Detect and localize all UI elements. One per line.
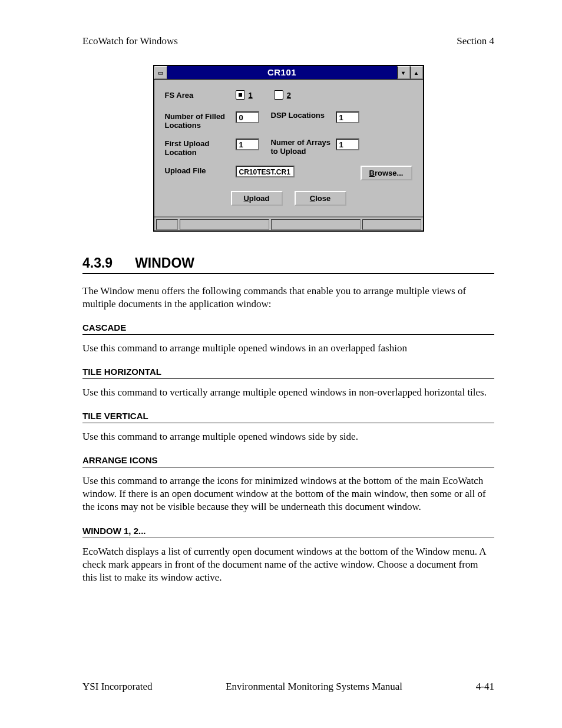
fs-area-label: FS Area <box>165 90 236 100</box>
upload-file-input[interactable]: CR10TEST.CR1 <box>236 166 295 177</box>
title-bar: ▭ CR101 ▾ ▴ <box>154 66 423 80</box>
sub-cascade-text: Use this command to arrange multiple ope… <box>82 342 494 355</box>
status-cell <box>362 219 421 230</box>
sub-window-list-text: EcoWatch displays a list of currently op… <box>82 545 494 584</box>
header-right: Section 4 <box>457 35 494 47</box>
browse-button[interactable]: Browse... <box>361 166 412 180</box>
dialog-cr101: ▭ CR101 ▾ ▴ FS Area 1 2 Number of Filled <box>153 65 424 232</box>
num-arrays-label: Numer of Arrays to Upload <box>271 139 336 156</box>
system-menu-icon[interactable]: ▭ <box>154 66 167 79</box>
section-heading: 4.3.9 WINDOW <box>82 255 494 274</box>
num-filled-input[interactable]: 0 <box>236 111 259 123</box>
sub-tile-vertical-heading: TILE VERTICAL <box>82 411 494 423</box>
upload-button[interactable]: Upload <box>231 191 283 206</box>
section-intro: The Window menu offers the following com… <box>82 285 494 311</box>
status-cell <box>180 219 269 230</box>
upload-file-label: Upload File <box>165 166 236 176</box>
status-bar <box>154 216 423 230</box>
sub-arrange-icons-heading: ARRANGE ICONS <box>82 455 494 467</box>
radio-fs-2[interactable] <box>274 90 283 100</box>
header-left: EcoWatch for Windows <box>82 35 178 47</box>
sub-tile-horizontal-text: Use this command to vertically arrange m… <box>82 386 494 399</box>
sub-cascade-heading: CASCADE <box>82 322 494 335</box>
num-filled-label: Number of Filled Locations <box>165 111 236 130</box>
sub-tile-horizontal-heading: TILE HORIZONTAL <box>82 367 494 379</box>
num-arrays-input[interactable]: 1 <box>336 139 359 150</box>
footer-left: YSI Incorporated <box>82 681 153 693</box>
radio-fs-1[interactable] <box>236 90 245 100</box>
section-number: 4.3.9 <box>82 255 113 271</box>
dsp-locations-input[interactable]: 1 <box>336 111 359 123</box>
first-upload-label: First Upload Location <box>165 139 236 157</box>
footer-right: 4-41 <box>476 681 494 693</box>
sub-tile-vertical-text: Use this command to arrange multiple ope… <box>82 430 494 443</box>
minimize-icon[interactable]: ▾ <box>397 66 410 79</box>
status-cell <box>271 219 361 230</box>
status-cell <box>156 219 178 230</box>
dsp-locations-label: DSP Locations <box>271 111 336 120</box>
radio-fs-1-label[interactable]: 1 <box>249 91 253 100</box>
section-title: WINDOW <box>135 255 194 271</box>
sub-window-list-heading: WINDOW 1, 2... <box>82 526 494 538</box>
close-button[interactable]: Close <box>295 191 346 206</box>
sub-arrange-icons-text: Use this command to arrange the icons fo… <box>82 475 494 513</box>
dialog-title: CR101 <box>167 66 397 79</box>
maximize-icon[interactable]: ▴ <box>410 66 423 79</box>
first-upload-input[interactable]: 1 <box>236 139 259 150</box>
footer-mid: Environmental Monitoring Systems Manual <box>153 681 476 693</box>
radio-fs-2-label[interactable]: 2 <box>287 91 291 100</box>
